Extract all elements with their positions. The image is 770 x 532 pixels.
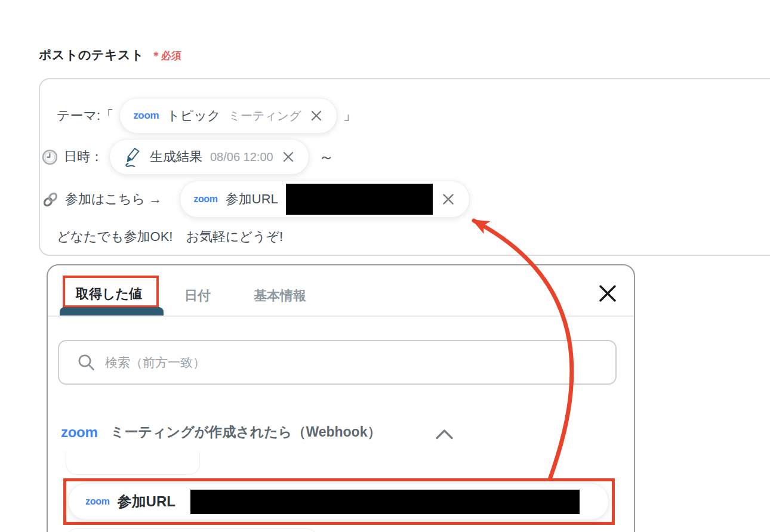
search-box (58, 340, 617, 385)
page: { "field": { "label": "ポストのテキスト", "requi… (0, 0, 770, 532)
zoom-logo: zoom (193, 194, 218, 205)
editor-line-4: どなたでも参加OK! お気軽にどうぞ! (57, 228, 283, 246)
search-input[interactable] (105, 355, 605, 370)
zoom-logo: zoom (133, 110, 159, 122)
token-topic-remove-icon[interactable] (309, 109, 324, 123)
token-topic-value: ミーティング (228, 108, 301, 124)
divider (48, 316, 634, 317)
token-datetime[interactable]: 生成結果 08/06 12:00 (109, 139, 309, 175)
list-item-partial[interactable] (66, 452, 200, 475)
link-icon (42, 191, 59, 208)
line1-prefix: テーマ:「 (57, 107, 113, 125)
zoom-logo: zoom (61, 424, 97, 441)
token-join-url[interactable]: zoom 参加URL (180, 181, 470, 218)
list-item-join-url-label: 参加URL (118, 492, 175, 511)
line2-suffix: ～ (319, 147, 334, 168)
close-icon[interactable] (597, 283, 618, 304)
variable-picker-modal: 取得した値 日付 基本情報 zoom ミーティングが作成されたら（Webhook… (47, 264, 635, 532)
redacted-url-value (190, 490, 580, 514)
editor-line-1: テーマ:「 zoom トピック ミーティング 」 (57, 97, 356, 134)
tab-basic-info[interactable]: 基本情報 (254, 287, 306, 305)
required-badge: ＊必須 (151, 49, 181, 63)
active-tab-underline (60, 307, 164, 316)
pen-icon (123, 147, 142, 167)
token-datetime-label: 生成結果 (150, 148, 202, 166)
field-title: ポストのテキスト ＊必須 (39, 47, 181, 63)
section-title-webhook: ミーティングが作成されたら（Webhook） (110, 423, 381, 441)
search-icon (77, 353, 96, 372)
chevron-up-icon[interactable] (435, 429, 454, 440)
redacted-url-value (286, 184, 433, 215)
list-item-partial[interactable] (66, 528, 318, 532)
token-datetime-remove-icon[interactable] (281, 150, 295, 164)
zoom-logo: zoom (85, 496, 110, 507)
token-topic[interactable]: zoom トピック ミーティング (119, 98, 337, 134)
line1-suffix: 」 (343, 107, 356, 125)
editor-line-2: 日時： 生成結果 08/06 12:00 ～ (42, 138, 334, 175)
line4-text: どなたでも参加OK! お気軽にどうぞ! (57, 228, 283, 246)
line2-label: 日時： (64, 148, 103, 166)
editor-line-3: 参加はこちら → zoom 参加URL (42, 180, 470, 218)
list-item-join-url[interactable]: zoom 参加URL (68, 483, 609, 520)
tab-date[interactable]: 日付 (184, 287, 211, 305)
clock-icon (42, 149, 58, 165)
token-topic-label: トピック (167, 107, 220, 125)
tab-acquired-values[interactable]: 取得した値 (76, 285, 142, 303)
field-label: ポストのテキスト (39, 47, 144, 63)
token-datetime-value: 08/06 12:00 (210, 150, 273, 164)
token-join-url-remove-icon[interactable] (441, 191, 456, 207)
line3-label: 参加はこちら → (65, 190, 162, 208)
token-join-url-label: 参加URL (226, 190, 278, 208)
